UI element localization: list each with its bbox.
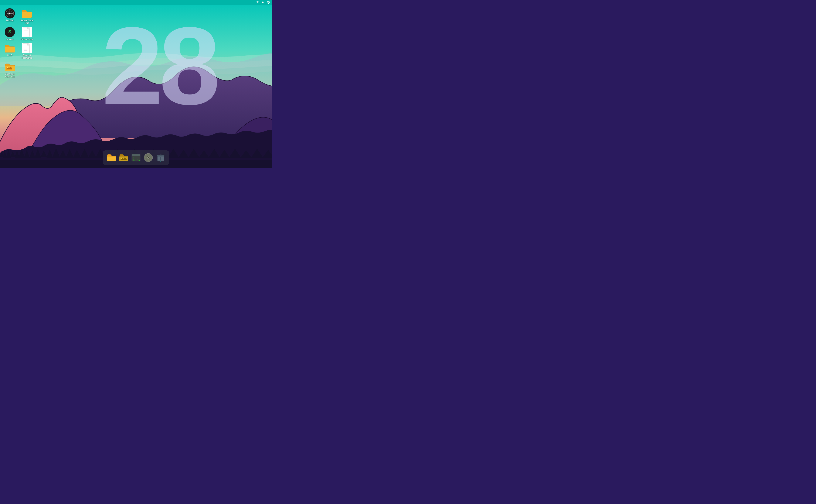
- private-keys-label: Private Keys: [21, 38, 33, 41]
- wip-label: W.I.P: [7, 54, 12, 57]
- taskbar-terminal[interactable]: >_ ls -la: [130, 152, 141, 163]
- volume-icon: [261, 1, 265, 4]
- session-label: Session: [6, 38, 14, 41]
- icon-row-2: W.I.P Plaintext Passwords: [2, 42, 34, 60]
- svg-rect-33: [144, 157, 146, 158]
- icon-row-3: Christmas Party Pics: [2, 61, 34, 79]
- plaintext-passwords-icon[interactable]: Plaintext Passwords: [19, 42, 34, 60]
- date-display: 28: [102, 11, 216, 121]
- svg-point-40: [148, 157, 149, 158]
- svg-text:ls -la: ls -la: [133, 159, 140, 161]
- svg-rect-43: [160, 155, 162, 155]
- svg-rect-32: [148, 160, 149, 162]
- power-icon[interactable]: [267, 1, 270, 4]
- taskbar-files[interactable]: [106, 152, 117, 163]
- svg-point-23: [121, 158, 122, 159]
- svg-rect-26: [132, 155, 140, 156]
- desktop-icons-container: LokiNet Service Node Stuff S Session: [2, 7, 34, 79]
- icon-row-1: S Session Private Keys: [2, 26, 34, 41]
- svg-rect-16: [28, 44, 30, 45]
- taskbar-settings[interactable]: [143, 152, 154, 163]
- svg-rect-31: [148, 154, 149, 155]
- icon-row-0: LokiNet Service Node Stuff: [2, 7, 34, 25]
- svg-rect-34: [151, 157, 152, 158]
- wifi-icon: [256, 1, 259, 4]
- session-icon[interactable]: S Session: [2, 26, 17, 41]
- private-keys-icon[interactable]: Private Keys: [19, 26, 34, 41]
- lokinet-label: LokiNet: [6, 19, 13, 22]
- service-node-stuff-icon[interactable]: Service Node Stuff: [19, 7, 34, 25]
- service-node-stuff-label: Service Node Stuff: [20, 19, 34, 24]
- christmas-party-pics-label: Christmas Party Pics: [3, 73, 17, 78]
- svg-rect-11: [28, 27, 30, 29]
- wip-icon[interactable]: W.I.P: [2, 42, 17, 58]
- svg-text:S: S: [8, 29, 11, 34]
- taskbar: >_ ls -la: [103, 150, 169, 165]
- lokinet-icon[interactable]: LokiNet: [2, 7, 17, 23]
- svg-point-22: [7, 67, 8, 68]
- christmas-party-pics-icon[interactable]: Christmas Party Pics: [2, 61, 17, 79]
- plaintext-passwords-label: Plaintext Passwords: [20, 54, 34, 59]
- taskbar-image-viewer[interactable]: [118, 152, 129, 163]
- topbar: [0, 0, 272, 5]
- taskbar-trash[interactable]: [155, 152, 166, 163]
- svg-marker-4: [262, 1, 263, 4]
